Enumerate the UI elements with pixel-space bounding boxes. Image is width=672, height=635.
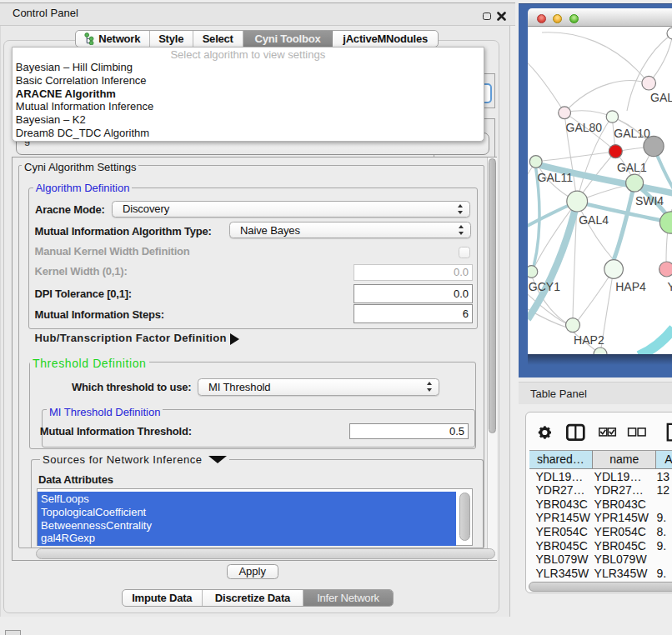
svg-text:GAL10: GAL10 [614,127,650,140]
svg-text:HAP4: HAP4 [615,280,646,293]
svg-text:GAL4: GAL4 [579,213,609,227]
svg-text:GCY1: GCY1 [529,280,560,293]
svg-text:Y: Y [667,280,672,293]
svg-text:GAL11: GAL11 [538,171,574,184]
svg-text:GAL1: GAL1 [617,161,647,174]
svg-text:SWI4: SWI4 [635,194,664,208]
svg-text:GAL80: GAL80 [566,121,603,134]
svg-text:GAL: GAL [650,91,672,104]
svg-text:HAP2: HAP2 [574,333,604,347]
